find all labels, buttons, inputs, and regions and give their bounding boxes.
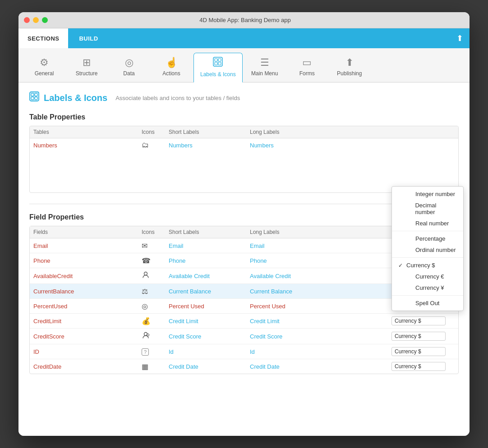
forms-icon: ▭	[302, 57, 312, 69]
window-title: 4D Mobile App: Banking Demo app	[53, 17, 437, 23]
dropdown-item-real[interactable]: Real number	[392, 218, 463, 229]
tab-mainmenu-label: Main Menu	[251, 70, 278, 77]
page-title: Labels & Icons	[44, 93, 107, 103]
tab-forms[interactable]: ▭ Forms	[287, 53, 327, 82]
dropdown-item-ordinal[interactable]: Ordinal number	[392, 244, 463, 256]
table-short-numbers: Numbers	[169, 142, 250, 149]
field-icon-creditdate: ▦	[142, 362, 169, 371]
field-long-creditlimit: Credit Limit	[250, 318, 391, 325]
gear-icon: ⚙	[40, 57, 49, 69]
field-row-id[interactable]: ID ? Id Id Currency $	[30, 344, 458, 359]
field-icon-email: ✉	[142, 242, 169, 250]
tab-labels[interactable]: Labels & Icons	[193, 53, 243, 82]
dropdown-item-percentage[interactable]: Percentage	[392, 233, 463, 244]
dropdown-item-decimal[interactable]: Decimal number	[392, 200, 463, 218]
field-long-creditdate: Credit Date	[250, 363, 391, 370]
field-short-creditscore: Credit Score	[169, 333, 250, 340]
svg-point-10	[144, 272, 147, 275]
labels-icon	[213, 57, 223, 69]
nav-bar: SECTIONS BUILD ⬆	[18, 28, 470, 48]
svg-rect-3	[215, 62, 217, 65]
formatter-cell-id: Currency $	[391, 347, 455, 356]
field-short-creditdate: Credit Date	[169, 363, 250, 370]
field-icon-currentbalance: ⚖	[142, 287, 169, 296]
field-icon-phone: ☎	[142, 256, 169, 265]
dropdown-item-integer[interactable]: Integer number	[392, 188, 463, 200]
formatter-dropdown: Integer number Decimal number Real numbe…	[391, 186, 464, 311]
close-button[interactable]	[24, 17, 30, 23]
dropdown-item-currency-usd[interactable]: Currency $	[392, 260, 463, 271]
tab-structure-label: Structure	[76, 70, 98, 77]
field-short-email: Email	[169, 242, 250, 249]
field-icon-creditscore	[142, 331, 169, 341]
formatter-select-creditdate[interactable]: Currency $	[391, 362, 446, 371]
table-row[interactable]: Numbers 🗂 Numbers Numbers	[30, 138, 458, 152]
window-controls	[24, 17, 48, 23]
field-long-creditscore: Credit Score	[250, 333, 391, 340]
tab-structure[interactable]: ⊞ Structure	[66, 53, 107, 82]
field-name-creditscore: CreditScore	[33, 333, 142, 340]
col-header-field-short: Short Labels	[169, 229, 250, 235]
field-row-creditdate[interactable]: CreditDate ▦ Credit Date Credit Date Cur…	[30, 359, 458, 374]
table-headers: Tables Icons Short Labels Long Labels	[30, 126, 458, 138]
tab-actions-label: Actions	[162, 70, 180, 77]
field-row-currentbalance[interactable]: CurrentBalance ⚖ Current Balance Current…	[30, 284, 458, 299]
dropdown-group-spellout: Spell Out	[392, 296, 463, 311]
field-icon-id: ?	[142, 347, 169, 356]
mainmenu-icon: ☰	[260, 57, 269, 69]
field-name-currentbalance: CurrentBalance	[33, 288, 142, 295]
formatter-select-id[interactable]: Currency $	[391, 347, 446, 356]
col-header-icons: Icons	[142, 129, 169, 135]
page-description: Associate labels and icons to your table…	[115, 95, 240, 101]
minimize-button[interactable]	[33, 17, 39, 23]
field-short-currentbalance: Current Balance	[169, 288, 250, 295]
table-properties-container: Tables Icons Short Labels Long Labels Nu…	[29, 126, 459, 193]
tab-data[interactable]: ◎ Data	[109, 53, 149, 82]
formatter-select-creditlimit[interactable]: Currency $	[391, 316, 446, 325]
table-icon-numbers: 🗂	[142, 141, 169, 149]
formatter-cell-creditdate: Currency $	[391, 362, 455, 371]
col-header-short: Short Labels	[169, 129, 250, 135]
nav-sections-tab[interactable]: SECTIONS	[18, 28, 68, 48]
dropdown-group-numbers: Integer number Decimal number Real numbe…	[392, 187, 463, 231]
dropdown-group-currency: Currency $ Currency € Currency ¥	[392, 258, 463, 296]
field-row-creditlimit[interactable]: CreditLimit 💰 Credit Limit Credit Limit …	[30, 314, 458, 329]
dropdown-item-currency-eur[interactable]: Currency €	[392, 271, 463, 282]
svg-rect-9	[35, 97, 37, 100]
titlebar: 4D Mobile App: Banking Demo app	[18, 12, 470, 28]
tab-publishing-label: Publishing	[337, 70, 362, 77]
field-name-phone: Phone	[33, 257, 142, 264]
tab-general[interactable]: ⚙ General	[24, 53, 64, 82]
tab-general-label: General	[35, 70, 54, 77]
publishing-icon: ⬆	[345, 57, 354, 69]
field-name-id: ID	[33, 348, 142, 355]
field-icon-percentused: ◎	[142, 302, 169, 311]
formatter-cell-creditlimit: Currency $	[391, 316, 455, 325]
col-header-long: Long Labels	[250, 129, 455, 135]
svg-rect-6	[31, 93, 34, 96]
tab-publishing[interactable]: ⬆ Publishing	[329, 53, 370, 82]
svg-rect-4	[218, 62, 221, 65]
formatter-select-creditscore[interactable]: Currency $	[391, 332, 446, 341]
svg-rect-8	[31, 97, 34, 100]
tab-mainmenu[interactable]: ☰ Main Menu	[244, 53, 285, 82]
maximize-button[interactable]	[42, 17, 48, 23]
upload-button[interactable]: ⬆	[450, 28, 470, 48]
tab-forms-label: Forms	[299, 70, 315, 77]
field-long-phone: Phone	[250, 257, 391, 264]
table-long-numbers: Numbers	[250, 142, 455, 149]
tab-actions[interactable]: ☝ Actions	[151, 53, 192, 82]
main-window: 4D Mobile App: Banking Demo app SECTIONS…	[18, 12, 470, 436]
structure-icon: ⊞	[83, 57, 91, 69]
nav-build-tab[interactable]: BUILD	[68, 28, 109, 48]
field-long-currentbalance: Current Balance	[250, 288, 391, 295]
dropdown-item-spellout[interactable]: Spell Out	[392, 297, 463, 309]
dropdown-group-misc: Percentage Ordinal number	[392, 231, 463, 258]
field-row-creditscore[interactable]: CreditScore Credit Score Credit Score Cu…	[30, 329, 458, 344]
field-long-percentused: Percent Used	[250, 303, 391, 310]
field-icon-availablecredit	[142, 271, 169, 281]
field-name-creditdate: CreditDate	[33, 363, 142, 370]
page-header-icon	[29, 91, 39, 104]
svg-rect-1	[215, 59, 217, 61]
dropdown-item-currency-yen[interactable]: Currency ¥	[392, 282, 463, 293]
